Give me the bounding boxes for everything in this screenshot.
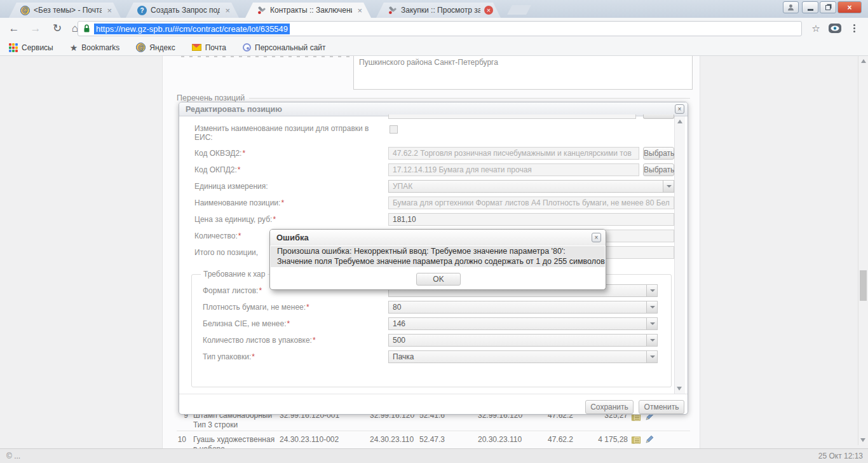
- profile-button[interactable]: [783, 1, 799, 13]
- modal-scrollbar[interactable]: [674, 116, 685, 394]
- scroll-up-icon[interactable]: [861, 59, 866, 63]
- pack-type-select[interactable]: Пачка: [388, 350, 658, 363]
- page-status-bar: © ... 25 Окт 12:13: [0, 448, 868, 463]
- save-button[interactable]: Сохранить: [585, 400, 634, 414]
- whiteness-select[interactable]: 146: [388, 317, 658, 330]
- address-textarea[interactable]: Пушкинского района Санкт-Петербурга: [353, 56, 693, 90]
- density-select[interactable]: 80: [388, 301, 658, 314]
- bookmark-personal-site[interactable]: Персональный сайт: [243, 43, 326, 52]
- chevron-down-icon[interactable]: [663, 181, 674, 192]
- help-icon: ?: [137, 6, 147, 15]
- format-label: Формат листов:*: [203, 286, 262, 295]
- scroll-down-icon[interactable]: [677, 387, 682, 390]
- back-button[interactable]: ←: [6, 21, 22, 36]
- error-dialog: Ошибка × Произошла ошибка: Некорректный …: [269, 229, 606, 290]
- cell-code: 47.62.2: [548, 435, 573, 444]
- tab-close-icon[interactable]: ×: [484, 6, 493, 15]
- reload-button[interactable]: ↻: [50, 21, 65, 36]
- page-scrollbar[interactable]: [858, 56, 868, 445]
- tab-title: <Без темы> - Почта Ма: [34, 6, 102, 15]
- status-clock: 25 Окт 12:13: [818, 452, 863, 460]
- clipped-button: [643, 114, 674, 119]
- tab-close-icon[interactable]: ×: [356, 6, 363, 15]
- cancel-button[interactable]: Отменить: [639, 400, 684, 414]
- bookmark-services[interactable]: Сервисы: [9, 43, 53, 52]
- scrollbar-thumb[interactable]: [860, 270, 867, 301]
- browser-menu-button[interactable]: [853, 24, 855, 32]
- tab-support-request[interactable]: ? Создать Запрос поддер ×: [126, 3, 239, 18]
- close-icon: ×: [847, 3, 851, 12]
- bookmark-label: Почта: [205, 43, 226, 52]
- tab-mail[interactable]: @ <Без темы> - Почта Ма ×: [9, 3, 121, 18]
- new-tab-button[interactable]: [507, 5, 531, 15]
- bookmark-star-button[interactable]: ☆: [808, 21, 824, 36]
- site-icon: [243, 43, 251, 52]
- bookmark-yandex[interactable]: @ Яндекс: [136, 43, 175, 52]
- okpd-label: Код ОКПД2:*: [194, 165, 241, 174]
- scroll-up-icon[interactable]: [677, 120, 682, 123]
- tab-close-icon[interactable]: ×: [224, 6, 231, 15]
- okved-choose-button[interactable]: Выбрать: [643, 147, 674, 160]
- bookmark-label: Bookmarks: [81, 43, 119, 52]
- forward-button[interactable]: →: [28, 21, 43, 36]
- okpd-input[interactable]: 17.12.14.119 Бумага для печати прочая: [388, 163, 639, 176]
- bookmark-mail[interactable]: Почта: [192, 43, 226, 52]
- status-left: © ...: [6, 452, 20, 460]
- characteristics-icon[interactable]: [631, 435, 641, 447]
- restore-button[interactable]: [820, 1, 836, 13]
- cell-code: 24.30.23.110: [370, 435, 414, 444]
- cell-price: 4 175,28: [580, 435, 628, 444]
- modal-title: Редактировать позицию: [186, 105, 282, 114]
- mailru-icon: @: [136, 43, 146, 52]
- ok-button[interactable]: OK: [416, 273, 461, 286]
- sheets-per-pack-select[interactable]: 500: [388, 334, 658, 347]
- modal-close-icon[interactable]: ×: [675, 104, 684, 114]
- url-text[interactable]: https://new.gz-spb.ru/#cm/contract/creat…: [94, 24, 290, 34]
- bookmark-bookmarks[interactable]: ★ Bookmarks: [70, 43, 120, 53]
- chevron-down-icon[interactable]: [646, 335, 657, 346]
- error-dialog-close-icon[interactable]: ×: [592, 233, 601, 242]
- close-window-button[interactable]: ×: [837, 1, 862, 13]
- unit-select[interactable]: УПАК: [388, 180, 674, 193]
- cell-name: Гуашь художественная: [193, 435, 275, 444]
- apps-grid-icon: [9, 43, 18, 52]
- pack-type-label: Тип упаковки:*: [203, 352, 255, 361]
- row-number: 10: [175, 435, 186, 444]
- row-separator: [177, 431, 690, 431]
- chevron-down-icon[interactable]: [646, 351, 657, 363]
- chevron-down-icon[interactable]: [646, 301, 657, 313]
- cell-name-line2: Тип 3 строки: [193, 420, 238, 429]
- unit-label: Единица измерения:: [194, 182, 268, 191]
- cell-code: 52.47.3: [419, 435, 445, 444]
- minimize-button[interactable]: [802, 1, 818, 13]
- tab-title: Контракты :: Заключени: [270, 6, 352, 15]
- chevron-down-icon[interactable]: [646, 318, 657, 329]
- characteristics-legend: Требование к хар: [201, 270, 268, 279]
- tab-purchases[interactable]: Закупки :: Просмотр зак ×: [376, 3, 501, 18]
- bookmarks-bar: Сервисы ★ Bookmarks @ Яндекс Почта Персо…: [0, 39, 868, 56]
- tab-title: Закупки :: Просмотр зак: [401, 6, 480, 15]
- scroll-down-icon[interactable]: [860, 438, 865, 442]
- kebab-menu-icon: [853, 24, 855, 32]
- tab-close-icon[interactable]: ×: [105, 6, 113, 15]
- okved-input[interactable]: 47.62.2 Торговля розничная писчебумажным…: [388, 147, 639, 160]
- tab-title: Создать Запрос поддер: [151, 6, 220, 15]
- tab-contracts-active[interactable]: Контракты :: Заключени ×: [245, 3, 371, 18]
- mailru-icon: @: [20, 6, 30, 15]
- chevron-down-icon[interactable]: [646, 285, 657, 296]
- edit-pencil-icon[interactable]: [644, 435, 654, 446]
- person-icon: [787, 4, 794, 11]
- eis-checkbox[interactable]: [390, 125, 398, 134]
- position-name-input[interactable]: Бумага для оргтехники Формат листов А4 П…: [388, 197, 674, 209]
- price-input[interactable]: 181,10: [388, 213, 674, 226]
- okved-label: Код ОКВЭД2:*: [194, 149, 245, 158]
- address-bar[interactable]: https://new.gz-spb.ru/#cm/contract/creat…: [78, 21, 802, 36]
- density-label: Плотность бумаги, не менее:*: [203, 303, 309, 312]
- cell-code: 24.30.23.110-002: [280, 435, 339, 444]
- quantity-label: Количество:*: [194, 232, 241, 240]
- error-dialog-header[interactable]: Ошибка ×: [270, 230, 606, 245]
- gavel-icon: [257, 6, 266, 15]
- extension-eye-icon[interactable]: [828, 22, 842, 36]
- error-message-line2: Значение поля Требуемое значение парамет…: [277, 257, 599, 267]
- okpd-choose-button[interactable]: Выбрать: [643, 163, 674, 176]
